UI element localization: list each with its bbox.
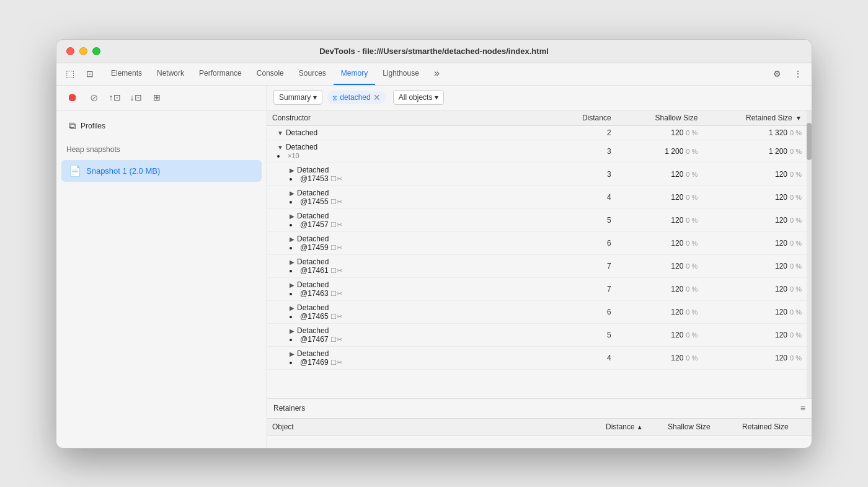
cell-constructor: ▼Detached ×10 — [267, 140, 562, 163]
heap-table: Constructor Distance Shallow Size — [267, 110, 807, 370]
cell-distance: 4 — [562, 346, 616, 369]
tab-lighthouse[interactable]: Lighthouse — [375, 63, 427, 85]
tab-more[interactable]: » — [427, 63, 447, 85]
tab-elements[interactable]: Elements — [104, 63, 149, 85]
cell-retained-size: 1200 % — [702, 254, 807, 277]
cell-constructor: ▶Detached @17457 ☐✂ — [267, 208, 562, 231]
table-row[interactable]: ▼Detached 21200 %1 3200 % — [267, 125, 807, 140]
expand-arrow[interactable]: ▶ — [290, 190, 294, 197]
expand-arrow[interactable]: ▶ — [290, 328, 294, 334]
table-row[interactable]: ▼Detached ×1031 2000 %1 2000 % — [267, 140, 807, 163]
expand-arrow[interactable]: ▶ — [290, 236, 294, 243]
node-action-icons[interactable]: ☐✂ — [330, 267, 342, 275]
tab-console[interactable]: Console — [249, 63, 291, 85]
close-button[interactable] — [66, 47, 74, 55]
cell-constructor: ▶Detached @17467 ☐✂ — [267, 323, 562, 346]
node-action-icons[interactable]: ☐✂ — [330, 198, 342, 206]
table-scroll-area[interactable]: Constructor Distance Shallow Size — [267, 110, 807, 398]
node-action-icons[interactable]: ☐✂ — [330, 175, 342, 183]
cell-shallow-size: 1200 % — [616, 346, 703, 369]
cell-shallow-size: 1200 % — [616, 125, 703, 140]
retainers-header: Retainers ≡ — [267, 399, 812, 419]
devtools-window: DevTools - file:///Users/stmarthe/detach… — [56, 39, 812, 449]
tab-sources[interactable]: Sources — [291, 63, 334, 85]
tab-performance[interactable]: Performance — [192, 63, 249, 85]
summary-dropdown[interactable]: Summary ▾ — [273, 90, 322, 105]
cell-distance: 7 — [562, 254, 616, 277]
node-action-icons[interactable]: ☐✂ — [330, 336, 342, 344]
snapshot-item[interactable]: 📄 Snapshot 1 (2.0 MB) — [61, 160, 262, 182]
cell-constructor: ▼Detached — [267, 125, 562, 140]
cell-shallow-size: 1200 % — [616, 277, 703, 300]
snapshot-file-icon: 📄 — [69, 165, 81, 177]
device-toolbar-icon[interactable]: ⊡ — [81, 65, 99, 83]
cell-retained-size: 1200 % — [702, 346, 807, 369]
table-row[interactable]: ▶Detached @17455 ☐✂41200 %1200 % — [267, 185, 807, 208]
sort-asc-icon: ▲ — [637, 424, 643, 431]
scrollbar-thumb[interactable] — [807, 123, 812, 160]
minimize-button[interactable] — [79, 47, 87, 55]
cell-distance: 3 — [562, 163, 616, 185]
filter-chip-close-button[interactable]: ✕ — [373, 92, 381, 102]
download-icon[interactable]: ↓⊡ — [127, 89, 144, 106]
table-row[interactable]: ▶Detached @17461 ☐✂71200 %1200 % — [267, 254, 807, 277]
title-bar: DevTools - file:///Users/stmarthe/detach… — [56, 40, 812, 63]
tab-network[interactable]: Network — [149, 63, 192, 85]
filter-chip: ⧖ detached ✕ — [327, 91, 385, 104]
cell-retained-size: 1200 % — [702, 185, 807, 208]
table-row[interactable]: ▶Detached @17459 ☐✂61200 %1200 % — [267, 231, 807, 254]
node-action-icons[interactable]: ☐✂ — [330, 244, 342, 252]
cell-retained-size: 1200 % — [702, 277, 807, 300]
table-wrapper: Constructor Distance Shallow Size — [267, 110, 812, 448]
table-row[interactable]: ▶Detached @17457 ☐✂51200 %1200 % — [267, 208, 807, 231]
node-action-icons[interactable]: ☐✂ — [330, 290, 342, 298]
vertical-scrollbar[interactable] — [807, 110, 812, 398]
expand-arrow[interactable]: ▶ — [290, 282, 294, 288]
cell-constructor: ▶Detached @17455 ☐✂ — [267, 185, 562, 208]
record-icon[interactable]: ⏺ — [64, 89, 81, 106]
cell-constructor: ▶Detached @17453 ☐✂ — [267, 163, 562, 185]
cell-shallow-size: 1200 % — [616, 254, 703, 277]
retainers-menu-icon[interactable]: ≡ — [800, 403, 805, 413]
ret-col-object: Object — [267, 422, 601, 431]
stop-icon[interactable]: ⊘ — [85, 89, 102, 106]
col-distance: Distance — [562, 110, 616, 126]
node-action-icons[interactable]: ☐✂ — [330, 221, 342, 229]
cell-distance: 2 — [562, 125, 616, 140]
expand-arrow[interactable]: ▶ — [290, 259, 294, 266]
table-row[interactable]: ▶Detached @17453 ☐✂31200 %1200 % — [267, 163, 807, 185]
tabs-right-icons: ⚙ ⋮ — [768, 65, 807, 83]
tab-memory[interactable]: Memory — [334, 63, 375, 85]
table-row[interactable]: ▶Detached @17465 ☐✂61200 %1200 % — [267, 300, 807, 323]
node-action-icons[interactable]: ☐✂ — [330, 313, 342, 321]
expand-arrow[interactable]: ▶ — [290, 305, 294, 311]
snapshot-label: Snapshot 1 (2.0 MB) — [86, 166, 160, 176]
cell-distance: 5 — [562, 323, 616, 346]
col-shallow-size: Shallow Size — [616, 110, 703, 126]
cell-distance: 5 — [562, 208, 616, 231]
cell-shallow-size: 1200 % — [616, 208, 703, 231]
cell-retained-size: 1200 % — [702, 163, 807, 185]
cell-distance: 3 — [562, 140, 616, 163]
clear-icon[interactable]: ⊞ — [148, 89, 166, 106]
cell-retained-size: 1200 % — [702, 231, 807, 254]
cell-constructor: ▶Detached @17469 ☐✂ — [267, 346, 562, 369]
cell-retained-size: 1 2000 % — [702, 140, 807, 163]
expand-arrow[interactable]: ▶ — [290, 351, 294, 357]
cell-shallow-size: 1200 % — [616, 185, 703, 208]
node-action-icons[interactable]: ☐✂ — [330, 359, 342, 367]
filter-icon: ⧖ — [332, 94, 337, 102]
select-element-icon[interactable]: ⬚ — [61, 65, 79, 83]
more-options-icon[interactable]: ⋮ — [789, 65, 807, 83]
table-row[interactable]: ▶Detached @17463 ☐✂71200 %1200 % — [267, 277, 807, 300]
objects-dropdown[interactable]: All objects ▾ — [393, 90, 445, 105]
table-row[interactable]: ▶Detached @17469 ☐✂41200 %1200 % — [267, 346, 807, 369]
settings-icon[interactable]: ⚙ — [768, 65, 786, 83]
expand-arrow[interactable]: ▼ — [277, 144, 283, 151]
upload-icon[interactable]: ↑⊡ — [106, 89, 123, 106]
maximize-button[interactable] — [92, 47, 100, 55]
table-row[interactable]: ▶Detached @17467 ☐✂51200 %1200 % — [267, 323, 807, 346]
expand-arrow[interactable]: ▼ — [277, 130, 283, 136]
expand-arrow[interactable]: ▶ — [290, 213, 294, 220]
expand-arrow[interactable]: ▶ — [290, 167, 294, 174]
